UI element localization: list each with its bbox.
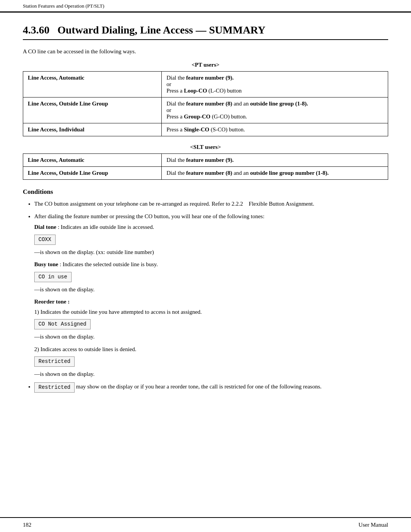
list-item: The CO button assignment on your telepho… xyxy=(34,200,388,208)
footer: 182 User Manual xyxy=(0,517,411,532)
pt-row3-col2: Press a Single-CO (S-CO) button. xyxy=(162,123,388,136)
list-item: Restricted may show on the display or if… xyxy=(34,382,388,393)
reorder-tone-bold: Reorder tone xyxy=(34,299,66,305)
conditions-title: Conditions xyxy=(23,188,388,196)
pt-row3-col1: Line Access, Individual xyxy=(23,123,162,136)
dial-tone-label: Dial tone : Indicates an idle outside li… xyxy=(34,223,388,232)
list-item: After dialing the feature number or pres… xyxy=(34,212,388,379)
slt-users-header: <SLT users> xyxy=(23,144,388,150)
busy-tone-desc: : Indicates the selected outside line is… xyxy=(58,261,158,267)
reorder-tone-label: Reorder tone : xyxy=(34,297,388,306)
restricted-display-1: Restricted xyxy=(34,356,75,367)
restricted-display-box-1: Restricted xyxy=(34,355,388,368)
pt-row1-col2: Dial the feature number (9). or Press a … xyxy=(162,72,388,97)
pt-users-header: <PT users> xyxy=(23,62,388,68)
table-row: Line Access, Outside Line Group Dial the… xyxy=(23,97,388,123)
conditions-list: The CO button assignment on your telepho… xyxy=(23,200,388,393)
section-number: 4.3.60 xyxy=(23,24,49,36)
pt-row2-col1: Line Access, Outside Line Group xyxy=(23,97,162,123)
slt-row2-col1: Line Access, Outside Line Group xyxy=(23,167,162,180)
section-heading: Outward Dialing, Line Access — SUMMARY xyxy=(57,24,266,36)
pt-row1-col1: Line Access, Automatic xyxy=(23,72,162,97)
dial-tone-desc: : Indicates an idle outside line is acce… xyxy=(56,224,154,230)
co-not-assigned-display: CO Not Assigned xyxy=(34,319,91,329)
busy-tone-bold: Busy tone xyxy=(34,261,58,267)
slt-row2-col2: Dial the feature number (8) and an outsi… xyxy=(162,167,388,180)
section-title: 4.3.60 Outward Dialing, Line Access — SU… xyxy=(23,24,388,40)
top-bar: Station Features and Operation (PT/SLT) xyxy=(0,0,411,13)
pt-row2-col2: Dial the feature number (8) and an outsi… xyxy=(162,97,388,123)
page-wrapper: Station Features and Operation (PT/SLT) … xyxy=(0,0,411,532)
busy-tone-shown: —is shown on the display. xyxy=(34,285,388,294)
reorder-2-shown: —is shown on the display. xyxy=(34,370,388,379)
busy-tone-label: Busy tone : Indicates the selected outsi… xyxy=(34,260,388,269)
dial-tone-shown: —is shown on the display. (xx: outside l… xyxy=(34,248,388,257)
slt-row1-col2: Dial the feature number (9). xyxy=(162,154,388,167)
reorder-1-shown: —is shown on the display. xyxy=(34,332,388,341)
last-bullet-suffix: may show on the display or if you hear a… xyxy=(75,383,322,390)
slt-row1-col1: Line Access, Automatic xyxy=(23,154,162,167)
co-in-use-display: CO in use xyxy=(34,272,72,282)
intro-text: A CO line can be accessed in the followi… xyxy=(23,48,388,55)
footer-label: User Manual xyxy=(358,522,388,528)
restricted-display-inline: Restricted xyxy=(34,382,75,393)
table-row: Line Access, Automatic Dial the feature … xyxy=(23,154,388,167)
coxx-display: COXX xyxy=(34,235,56,245)
slt-users-table: Line Access, Automatic Dial the feature … xyxy=(23,153,388,180)
reorder-desc-1: 1) Indicates the outside line you have a… xyxy=(34,308,388,316)
pt-users-table: Line Access, Automatic Dial the feature … xyxy=(23,71,388,136)
main-content: 4.3.60 Outward Dialing, Line Access — SU… xyxy=(0,13,411,517)
last-bullet: Restricted may show on the display or if… xyxy=(34,383,322,390)
co-not-assigned-display-box: CO Not Assigned xyxy=(34,318,388,331)
reorder-desc-2: 2) Indicates access to outside lines is … xyxy=(34,345,388,354)
table-row: Line Access, Individual Press a Single-C… xyxy=(23,123,388,136)
bullet2-text: After dialing the feature number or pres… xyxy=(34,213,264,219)
dial-tone-display-box: COXX xyxy=(34,233,388,246)
breadcrumb: Station Features and Operation (PT/SLT) xyxy=(23,3,104,9)
page-number: 182 xyxy=(23,522,32,528)
bullet1-text: The CO button assignment on your telepho… xyxy=(34,201,314,207)
table-row: Line Access, Automatic Dial the feature … xyxy=(23,72,388,97)
dial-tone-bold: Dial tone xyxy=(34,224,56,230)
table-row: Line Access, Outside Line Group Dial the… xyxy=(23,167,388,180)
busy-tone-display-box: CO in use xyxy=(34,270,388,284)
reorder-tone-colon: : xyxy=(66,299,70,305)
